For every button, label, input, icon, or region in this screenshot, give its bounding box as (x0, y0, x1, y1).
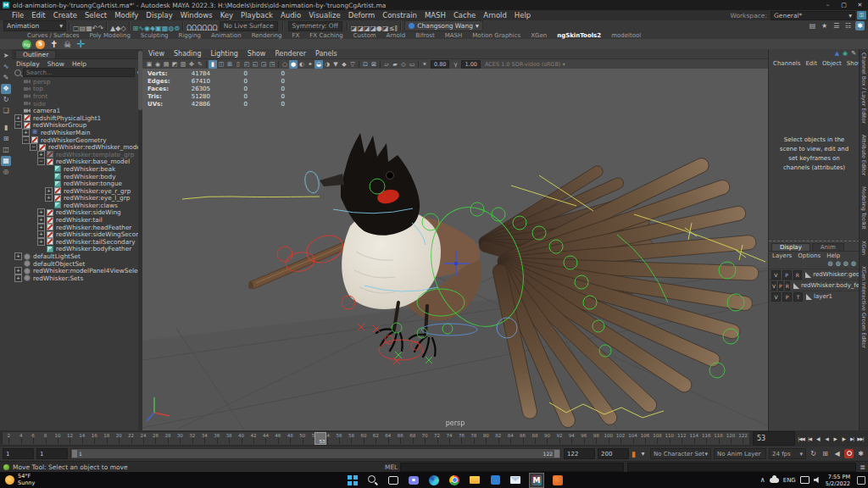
layer-color-swatch[interactable] (805, 272, 811, 278)
layer-row[interactable]: VPRredWhisker:geo (769, 269, 860, 280)
timeline-tick[interactable]: 110 (664, 432, 676, 445)
shelf-tab-modeltool[interactable]: modeltool (606, 32, 646, 39)
shelf-tab-rigging[interactable]: Rigging (174, 32, 207, 39)
shadows-icon[interactable]: ◒ (314, 60, 323, 69)
speaker-icon[interactable] (814, 476, 821, 484)
timeline-tick[interactable]: 48 (284, 432, 296, 445)
timeline-tick[interactable]: 2 (3, 432, 14, 445)
timeline-tick[interactable]: 118 (712, 432, 724, 445)
maximize-button[interactable]: ▢ (836, 2, 852, 8)
antialias-icon[interactable]: ◆ (340, 60, 348, 69)
timeline-tick[interactable]: 8 (39, 432, 51, 445)
expander-icon[interactable]: + (14, 274, 22, 282)
channel-manip-icon[interactable]: ◉ (843, 50, 848, 58)
outliner-item[interactable]: +redshiftPhysicalLight1 (12, 114, 142, 122)
layout-persp-outliner-icon[interactable]: ▯ (234, 60, 242, 69)
timeline-tick[interactable]: 96 (578, 432, 590, 445)
timeline-tick[interactable]: 94 (565, 432, 577, 445)
outliner-item[interactable]: −redWhiskerGeometry (12, 136, 142, 144)
side-tab-channel-box-layer-editor[interactable]: Channel Box / Layer Editor (861, 53, 867, 124)
timeline-tick[interactable]: 44 (259, 432, 271, 445)
gamma-icon[interactable]: γ (451, 60, 459, 69)
timeline-tick[interactable]: 88 (529, 432, 541, 445)
playback-end-field[interactable]: 122 (564, 448, 595, 459)
menu-cache[interactable]: Cache (453, 11, 476, 19)
chrome-taskbar-icon[interactable] (448, 474, 461, 487)
vscode-taskbar-icon[interactable] (488, 474, 502, 487)
exposure-icon[interactable]: ✶ (420, 60, 429, 69)
camera-attributes-icon[interactable]: ▤ (162, 60, 170, 69)
side-tab-xgen-interactive-groom-editor[interactable]: XGen Interactive Groom Editor (861, 266, 867, 348)
outliner-item[interactable]: +redWhisker:headFeather (12, 224, 142, 231)
timeline-tick[interactable]: 32 (186, 432, 198, 445)
outliner-item[interactable]: top (12, 86, 142, 93)
task-taskbar-icon[interactable] (387, 474, 400, 487)
timeline-ticks[interactable]: 2468101214161820222426283032343638404244… (2, 431, 750, 446)
layer-color-swatch[interactable] (793, 283, 799, 289)
shelf-tab-sculpting[interactable]: Sculpting (136, 32, 174, 39)
outliner-item[interactable]: +redWhisker:modelPanel4ViewSelectedSet (12, 267, 142, 274)
layer-menu-layers[interactable]: Layers (772, 252, 792, 259)
viewport-scene[interactable]: Verts:4178400Edges:6741000Faces:2630500T… (142, 69, 768, 430)
side-tab-attribute-editor[interactable]: Attribute Editor (861, 135, 867, 175)
textured-icon[interactable]: ◐ (298, 60, 306, 69)
shelf-tab-rendering[interactable]: Rendering (247, 32, 287, 39)
outliner-item[interactable]: redWhisker:tongue (12, 180, 142, 187)
step-back-key-button[interactable]: |◀ (805, 436, 814, 441)
layout-zoom[interactable]: ◎ (1, 167, 11, 177)
layer-visibility-toggle[interactable]: V (771, 292, 781, 302)
layer-row[interactable]: VPTlayer1 (769, 291, 860, 302)
playback-start-field[interactable]: 1 (36, 448, 68, 459)
outliner-item[interactable]: +redWhisker:sideWing (12, 209, 142, 217)
channelbox-menu-channels[interactable]: Channels (773, 60, 800, 67)
menu-help[interactable]: Help (515, 11, 531, 19)
ball5-shelf-icon[interactable]: 5 (36, 40, 45, 49)
viewport-menu-show[interactable]: Show (248, 50, 266, 58)
shelf-tab-xgen[interactable]: XGen (526, 32, 552, 39)
resolution-gate-icon[interactable]: ▱ (382, 60, 391, 69)
layout-uv-icon[interactable]: ◲ (259, 60, 268, 69)
timeline-tick[interactable]: 120 (725, 432, 737, 445)
close-button[interactable]: ✕ (852, 2, 868, 8)
shelf-tab-mash[interactable]: MASH (440, 32, 468, 39)
maya-taskbar-icon[interactable] (529, 473, 544, 488)
channel-speed-icon[interactable]: ▲ (835, 50, 839, 58)
layer-tab-anim[interactable]: Anim (812, 243, 844, 251)
paint-select-tool[interactable]: ✎ (1, 73, 11, 83)
script-editor-icon[interactable]: ≣ (860, 463, 865, 471)
timeline-tick[interactable]: 72 (431, 432, 442, 445)
viewport-menu-lighting[interactable]: Lighting (210, 50, 237, 58)
menu-playback[interactable]: Playback (241, 11, 273, 19)
timeline-tick[interactable]: 22 (125, 432, 136, 445)
ao-icon[interactable]: ◑ (323, 60, 331, 69)
outliner-menu-display[interactable]: Display (16, 60, 40, 68)
layer-playback-toggle[interactable]: P (782, 292, 792, 302)
symmetry-field[interactable]: Symmetry: Off (288, 21, 342, 31)
layout-four-icon[interactable]: ⊞ (225, 60, 234, 69)
expander-icon[interactable]: + (14, 252, 22, 260)
shelf-tab-fx-caching[interactable]: FX Caching (304, 32, 348, 39)
timeline-tick[interactable]: 76 (455, 432, 467, 445)
timeline-tick[interactable]: 114 (688, 432, 700, 445)
layer-ref-icon[interactable]: ◍ (843, 260, 849, 269)
timeline-tick[interactable]: 98 (590, 432, 602, 445)
timeline-tick[interactable]: 116 (700, 432, 712, 445)
fps-dropdown[interactable]: 24 fps▾ (769, 448, 806, 459)
outliner-item[interactable]: +redWhisker:tailSecondary (12, 238, 142, 246)
menu-key[interactable]: Key (220, 11, 233, 19)
cyan-cross-shelf-icon[interactable]: ✛ (76, 40, 86, 49)
layer-visibility-toggle[interactable]: V (771, 281, 776, 291)
outliner-item[interactable]: +redWhisker:eye_r_grp (12, 187, 142, 195)
layer-visibility-toggle[interactable]: V (771, 270, 781, 280)
layer-display-mode-toggle[interactable]: R (793, 270, 803, 280)
gate-mask-icon[interactable]: ▰ (391, 60, 399, 69)
outliner-item[interactable]: front (12, 92, 142, 100)
layout-custom-pane[interactable]: ▦ (1, 156, 11, 166)
outliner-search-input[interactable]: Search... (23, 68, 135, 77)
layer-playback-icon[interactable]: ◍ (836, 260, 841, 269)
layer-new-icon[interactable]: ◍ (851, 260, 856, 269)
outliner-item[interactable]: +redWhisker:Sets (12, 274, 142, 282)
timeline-tick[interactable]: 70 (419, 432, 431, 445)
outliner-menu-help[interactable]: Help (72, 60, 86, 68)
timeline-tick[interactable]: 66 (394, 432, 406, 445)
